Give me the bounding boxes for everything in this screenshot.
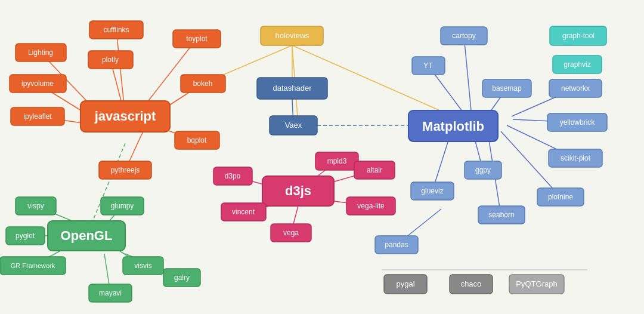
node-bokeh-label: bokeh xyxy=(193,79,213,88)
node-glueviz-label: glueviz xyxy=(421,187,443,195)
node-toyplot-label: toyplot xyxy=(186,35,208,43)
node-altair-label: altair xyxy=(367,166,382,174)
node-vega-label: vega xyxy=(283,229,299,237)
node-glumpy-label: glumpy xyxy=(111,202,134,210)
node-networkx-label: networkx xyxy=(561,84,590,93)
node-vispy-label: vispy xyxy=(27,202,44,210)
node-holoviews-label: holoviews xyxy=(275,31,309,40)
node-ipyvolume-label: ipyvolume xyxy=(21,79,54,88)
node-yellowbrick-label: yellowbrick xyxy=(560,118,596,127)
node-plotly-label: plotly xyxy=(102,56,119,64)
node-chaco-label: chaco xyxy=(461,279,482,288)
node-pygal-label: pygal xyxy=(396,279,414,288)
node-scikitplot-label: scikit-plot xyxy=(561,154,591,162)
node-ggpy-label: ggpy xyxy=(475,166,491,174)
node-d3js-label: d3js xyxy=(285,183,311,198)
node-cartopy-label: cartopy xyxy=(452,32,475,40)
node-pandas-label: pandas xyxy=(385,241,408,249)
node-pyqtgraph-label: PyQTGraph xyxy=(516,279,557,288)
node-basemap-label: basemap xyxy=(492,84,522,93)
node-bqplot-label: bqplot xyxy=(187,136,207,144)
node-seaborn-label: seaborn xyxy=(488,211,514,219)
node-yt-label: YT xyxy=(423,61,433,70)
node-matplotlib-label: Matplotlib xyxy=(422,119,484,134)
node-datashader-label: datashader xyxy=(273,84,312,93)
node-cufflinks-label: cufflinks xyxy=(103,26,129,34)
node-vincent-label: vincent xyxy=(232,208,255,216)
node-opengl-label: OpenGL xyxy=(61,228,113,243)
node-lighting-label: Lighting xyxy=(28,48,53,57)
node-vegalite-label: vega-lite xyxy=(357,202,385,210)
node-pyglet-label: pyglet xyxy=(16,232,35,240)
node-javascript-label: javascript xyxy=(94,109,156,124)
node-graphviz-label: graphviz xyxy=(564,60,590,69)
node-plotnine-label: plotnine xyxy=(548,193,573,201)
node-galry-label: galry xyxy=(174,273,190,282)
node-vaex-label: Vaex xyxy=(285,121,302,130)
node-grframework-label: GR Framework xyxy=(11,262,55,269)
node-graphtool-label: graph-tool xyxy=(562,32,595,40)
node-mpld3-label: mpld3 xyxy=(327,157,347,165)
mind-map: javascript Matplotlib d3js OpenGL cuffli… xyxy=(0,0,644,314)
node-mayavi-label: mayavi xyxy=(99,289,122,297)
node-visvis-label: visvis xyxy=(134,261,151,270)
node-ipyleaflet-label: ipyleaflet xyxy=(23,112,52,121)
node-pythreejs-label: pythreejs xyxy=(111,166,140,174)
node-d3po-label: d3po xyxy=(225,172,241,180)
